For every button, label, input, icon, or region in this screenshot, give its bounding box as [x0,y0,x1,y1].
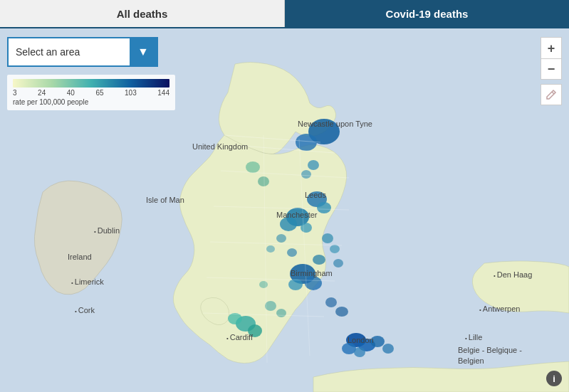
legend-val-5: 144 [157,89,169,97]
svg-point-21 [330,245,340,253]
legend-gradient [13,79,169,88]
svg-point-29 [265,301,276,311]
svg-point-28 [287,248,297,257]
svg-point-6 [280,217,297,231]
area-selector[interactable]: ▼ [7,37,158,67]
area-selector-arrow-icon[interactable]: ▼ [130,38,157,65]
info-button[interactable]: i [546,371,562,386]
svg-point-32 [308,160,319,170]
svg-point-9 [305,276,322,290]
svg-point-22 [313,255,325,265]
map-container: ▼ 3 24 40 65 103 144 rate per 100,000 pe… [0,28,569,392]
zoom-controls: + − [541,37,562,80]
svg-point-20 [322,233,333,243]
legend-description: rate per 100,000 people [13,98,169,106]
svg-point-4 [317,202,331,213]
legend: 3 24 40 65 103 144 rate per 100,000 peop… [7,75,175,110]
svg-point-14 [370,336,385,347]
svg-point-19 [248,324,262,337]
info-icon: i [553,374,555,384]
draw-button[interactable] [541,84,562,105]
svg-point-16 [382,344,394,354]
svg-line-45 [552,92,554,94]
legend-val-4: 103 [125,89,137,97]
svg-point-25 [335,307,348,317]
svg-point-18 [228,313,242,324]
svg-point-24 [325,297,337,307]
svg-point-26 [276,234,286,243]
svg-point-35 [258,176,269,186]
area-selector-input[interactable] [9,38,130,65]
legend-val-3: 65 [95,89,103,97]
svg-point-15 [354,347,365,357]
tab-all-deaths[interactable]: All deaths [0,0,285,27]
zoom-out-button[interactable]: − [541,58,562,80]
svg-point-34 [246,161,260,173]
svg-point-2 [296,134,317,151]
pencil-icon [545,89,557,100]
header-tabs: All deaths Covid-19 deaths [0,0,569,28]
legend-val-2: 40 [67,89,75,97]
svg-point-10 [288,279,303,290]
svg-point-7 [301,223,312,233]
legend-labels: 3 24 40 65 103 144 [13,89,169,97]
legend-val-1: 24 [38,89,46,97]
svg-point-30 [276,309,286,317]
tab-covid-deaths[interactable]: Covid-19 deaths [285,0,569,27]
svg-point-27 [266,245,275,253]
svg-point-23 [333,259,343,267]
legend-val-0: 3 [13,89,17,97]
zoom-in-button[interactable]: + [541,37,562,58]
tab-all-deaths-label: All deaths [117,8,168,20]
svg-point-33 [301,170,311,179]
svg-point-31 [259,281,268,288]
svg-point-13 [342,343,356,354]
tab-covid-deaths-label: Covid-19 deaths [386,8,469,20]
